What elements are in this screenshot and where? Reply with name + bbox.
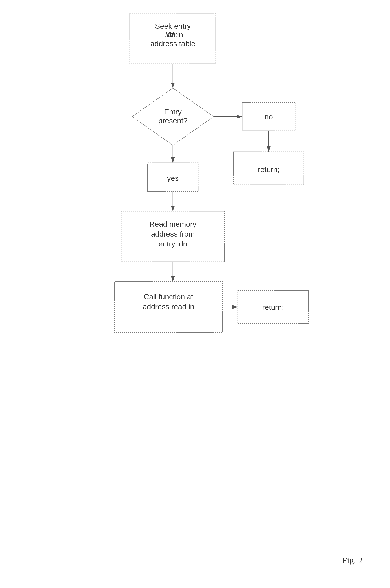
yes-label: yes xyxy=(167,174,179,182)
no-label: no xyxy=(264,112,273,121)
call-function-label-2: address read in xyxy=(143,302,194,311)
call-function-label-1: Call function at xyxy=(144,293,193,301)
svg-text:present?: present? xyxy=(158,116,187,125)
read-memory-label: Read memory xyxy=(149,220,196,228)
fig-label: Fig. 2 xyxy=(342,555,362,565)
seek-entry-label: Seek entry xyxy=(155,22,191,30)
entry-present-label: Entry xyxy=(164,108,182,116)
return-2-label: return; xyxy=(262,303,284,311)
svg-text:address table: address table xyxy=(150,40,195,48)
svg-text:idn in: idn in xyxy=(165,31,183,39)
return-1-label: return; xyxy=(258,165,280,174)
svg-text:entry idn: entry idn xyxy=(158,240,187,248)
diagram-container: Seek entry idn in idn in address table E… xyxy=(0,0,390,588)
svg-text:address from: address from xyxy=(151,230,195,238)
